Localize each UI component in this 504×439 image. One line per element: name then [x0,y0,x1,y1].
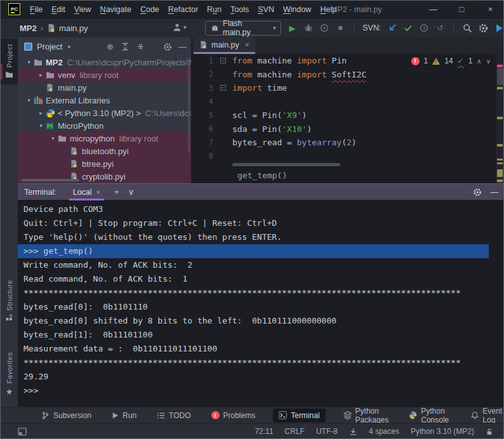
tree-item-micropython[interactable]: ▾micropythonlibrary root [18,132,191,145]
warning-stripe-mark[interactable] [497,87,503,89]
toolwindow-todo[interactable]: TODO [154,409,193,423]
file-encoding[interactable]: UTF-8 [316,427,338,436]
breadcrumb-project[interactable]: MP2 [20,23,37,33]
stripe-tab-structure[interactable]: Structure [1,280,18,338]
tree-item-venv[interactable]: ▸venvlibrary root [18,69,191,81]
chevron-down-icon[interactable]: ▾ [24,59,34,65]
panel-settings-gear-icon[interactable] [162,42,172,51]
typo-check-icon[interactable]: ✓ [458,56,464,65]
stripe-tab-favorites[interactable]: Favorites ★ [1,352,18,407]
tree-item-micropython[interactable]: ▾MicroPython [18,119,191,132]
caret-position[interactable]: 72:11 [255,427,273,436]
search-everywhere-button[interactable] [462,23,472,34]
tab-close-icon[interactable]: × [245,41,249,49]
menu-item-code[interactable]: Code [136,1,164,18]
toolwindow-problems[interactable]: !Problems [209,409,258,423]
typo-count[interactable]: 1 [468,56,473,65]
debug-button[interactable] [303,23,314,34]
code-line-6[interactable]: 6sda = Pin('X10') [192,122,496,136]
menu-item-tools[interactable]: Tools [226,1,253,18]
toolwindow-event-log[interactable]: Event Log [468,409,504,423]
sessions-dropdown-button[interactable]: ∨ [128,187,135,197]
editor-scrollbar-thumb[interactable] [497,68,503,85]
tree-item-btree.pyi[interactable]: btree.pyi [18,157,191,170]
menu-item-window[interactable]: Window [279,1,315,18]
terminal-hide-button[interactable]: — [491,188,499,197]
download-icon[interactable] [349,428,357,436]
warning-stripe-mark[interactable] [497,144,503,147]
menu-item-view[interactable]: View [70,1,96,18]
tree-item-bluetooth.pyi[interactable]: bluetooth.pyi [18,145,191,157]
code-area[interactable]: 1from machine import Pin2from machine im… [192,54,496,163]
minimize-button[interactable]: — [419,1,448,18]
gradient-sphere-icon[interactable] [494,23,504,34]
lock-icon[interactable] [486,428,493,436]
prev-problem-button[interactable]: ∧ [477,58,481,65]
menu-item-file[interactable]: File [25,1,47,18]
chevron-right-icon[interactable]: ▸ [36,72,46,78]
code-line-5[interactable]: 5scl = Pin('X9') [192,108,496,122]
menu-item-run[interactable]: Run [202,1,226,18]
terminal-tab-close-icon[interactable]: × [96,188,100,196]
svn-update-button[interactable] [387,23,397,34]
warning-icon[interactable]: ! [432,58,440,65]
menu-item-edit[interactable]: Edit [47,1,70,18]
toolwindow-python-console[interactable]: Python Console [406,409,453,423]
tree-item--python-3.10-mp2-[interactable]: ▸< Python 3.10 (MP2) >C:\Users\dcspr\P [18,107,191,119]
coverage-button[interactable] [319,23,329,34]
error-icon[interactable]: ! [411,57,420,65]
code-line-3[interactable]: 3import time [192,81,496,95]
run-button[interactable]: ▶ [287,23,297,34]
code-line-7[interactable]: 7bytes_read = bytearray(2) [192,136,496,150]
code-line-4[interactable]: 4 [192,95,496,109]
svn-commit-button[interactable] [403,23,413,34]
settings-gear-icon[interactable] [479,23,489,34]
chevron-down-icon[interactable]: ▾ [24,97,34,103]
error-stripe-mark[interactable] [497,65,503,67]
chevron-down-icon[interactable]: ▾ [36,122,46,129]
terminal-tab-local[interactable]: Local × [68,184,105,200]
chevron-right-icon[interactable]: ▸ [36,110,46,116]
error-count[interactable]: 1 [424,56,428,65]
toolwindow-layout-icon[interactable] [18,428,27,436]
warning-stripe-mark[interactable] [497,117,503,119]
locate-button[interactable]: ⊕ [105,42,115,51]
new-session-button[interactable]: + [114,187,119,197]
terminal-settings-gear-icon[interactable] [473,188,482,197]
hide-panel-button[interactable]: — [178,42,187,51]
line-separator[interactable]: CRLF [285,427,305,436]
project-vertical-scrollbar[interactable] [188,58,190,153]
menu-item-navigate[interactable]: Navigate [96,1,136,18]
collapse-all-button[interactable] [136,42,145,51]
warning-count[interactable]: 14 [444,56,453,65]
stop-button[interactable]: ■ [335,23,345,34]
code-line-2[interactable]: 2from machine import SoftI2C [192,68,496,82]
project-panel-title[interactable]: Project [37,42,62,51]
tree-item-mp2[interactable]: ▾MP2C:\Users\dcspr\PycharmProjects\Micro [18,56,191,69]
code-line-8[interactable]: 8 [192,150,496,164]
warning-stripe-mark[interactable] [497,169,503,177]
breadcrumb-file[interactable]: main.py [59,23,88,33]
expand-all-button[interactable] [121,42,130,51]
run-config-select[interactable]: Flash main.py ▾ [205,21,281,36]
history-button[interactable] [419,23,429,34]
warning-stripe-mark[interactable] [497,162,503,164]
editor-tab-main-py[interactable]: main.py × [194,37,255,54]
user-menu-button[interactable]: ▾ [173,23,187,32]
menu-item-svn[interactable]: SVN [253,1,279,18]
close-button[interactable]: × [476,1,504,18]
toolwindow-terminal[interactable]: Terminal [273,409,325,423]
chevron-down-icon[interactable]: ▾ [67,44,70,50]
chevron-down-icon[interactable]: ▾ [48,135,58,141]
fold-marker-icon[interactable] [218,85,227,91]
interpreter[interactable]: Python 3.10 (MP2) [411,427,474,436]
toolwindow-run[interactable]: Run [109,409,139,423]
editor-horizontal-scrollbar[interactable] [232,163,340,166]
toolwindow-python-packages[interactable]: Python Packages [341,409,392,423]
rollback-button[interactable]: ↺ [435,23,445,34]
tree-item-external-libraries[interactable]: ▾External Libraries [18,94,191,107]
fold-marker-icon[interactable] [218,58,227,63]
toolwindow-subversion[interactable]: Subversion [39,409,94,423]
maximize-button[interactable]: □ [448,1,476,18]
terminal-output[interactable]: Device path COM3Quit: Ctrl+] | Stop prog… [18,200,504,407]
